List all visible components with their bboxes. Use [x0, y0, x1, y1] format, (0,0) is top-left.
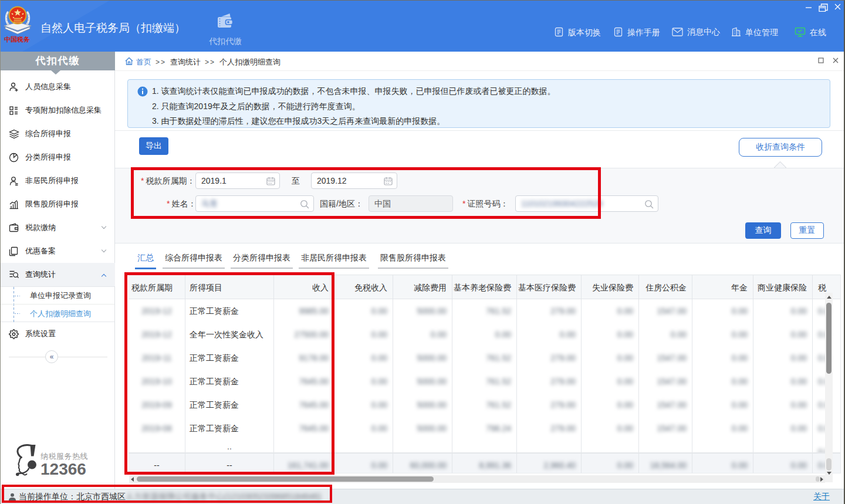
- svg-text:中国税务: 中国税务: [4, 36, 30, 43]
